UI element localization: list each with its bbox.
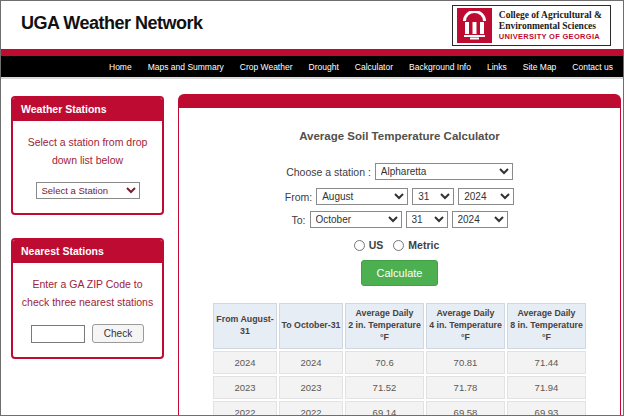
col-header-from: From August-31 xyxy=(213,303,277,349)
to-year-select[interactable]: 2024 xyxy=(452,211,508,228)
from-day-select[interactable]: 31 xyxy=(412,188,454,205)
nav-item-drought[interactable]: Drought xyxy=(309,62,339,72)
col-header-2in: Average Daily 2 in. Temperature °F xyxy=(345,303,424,349)
nav-item-home[interactable]: Home xyxy=(109,62,132,72)
from-year-select[interactable]: 2024 xyxy=(458,188,514,205)
table-row: 2024 2024 70.6 70.81 71.44 xyxy=(213,351,586,374)
nav-item-background-info[interactable]: Background Info xyxy=(409,62,471,72)
from-month-select[interactable]: August xyxy=(316,188,408,205)
to-date-row: To: October 31 2024 xyxy=(179,211,620,228)
logo-line-3: UNIVERSITY OF GEORGIA xyxy=(499,33,602,42)
cell: 71.44 xyxy=(507,351,586,374)
page-title: Average Soil Temperature Calculator xyxy=(179,108,620,142)
to-month-select[interactable]: October xyxy=(310,211,402,228)
cell: 2022 xyxy=(279,401,343,416)
cell: 69.14 xyxy=(345,401,424,416)
cell: 71.94 xyxy=(507,376,586,399)
nav-item-links[interactable]: Links xyxy=(487,62,507,72)
results-table: From August-31 To October-31 Average Dai… xyxy=(211,301,588,416)
to-label: To: xyxy=(291,214,305,226)
station-select-sidebar[interactable]: Select a Station xyxy=(36,182,140,199)
metric-radio-label[interactable]: Metric xyxy=(408,239,439,251)
cell: 2024 xyxy=(213,351,277,374)
station-label: Choose a station : xyxy=(286,166,371,178)
sidebar: Weather Stations Select a station from d… xyxy=(11,96,164,359)
nav-item-site-map[interactable]: Site Map xyxy=(523,62,557,72)
col-header-4in: Average Daily 4 in. Temperature °F xyxy=(426,303,505,349)
weather-stations-instruction: Select a station from drop down list bel… xyxy=(21,134,154,170)
station-select[interactable]: Alpharetta xyxy=(375,163,513,180)
to-day-select[interactable]: 31 xyxy=(406,211,448,228)
cell: 69.93 xyxy=(507,401,586,416)
cell: 71.78 xyxy=(426,376,505,399)
nearest-stations-instruction: Enter a GA ZIP Code to check three neare… xyxy=(21,276,154,312)
nav-item-crop-weather[interactable]: Crop Weather xyxy=(240,62,293,72)
logo-text: College of Agricultural & Environmental … xyxy=(499,10,602,41)
nearest-stations-panel: Nearest Stations Enter a GA ZIP Code to … xyxy=(11,238,164,360)
zip-input[interactable] xyxy=(31,325,85,343)
logo-line-2: Environmental Sciences xyxy=(499,21,602,32)
cell: 70.81 xyxy=(426,351,505,374)
content: Weather Stations Select a station from d… xyxy=(1,79,623,415)
station-row: Choose a station : Alpharetta xyxy=(179,163,620,180)
cell: 2023 xyxy=(213,376,277,399)
col-header-to: To October-31 xyxy=(279,303,343,349)
col-header-8in: Average Daily 8 in. Temperature °F xyxy=(507,303,586,349)
from-date-row: From: August 31 2024 xyxy=(179,188,620,205)
cell: 70.6 xyxy=(345,351,424,374)
us-radio-label[interactable]: US xyxy=(369,239,384,251)
uga-arch-icon xyxy=(457,8,492,43)
nav-item-calculator[interactable]: Calculator xyxy=(355,62,393,72)
metric-radio[interactable] xyxy=(393,240,404,251)
from-label: From: xyxy=(285,191,312,203)
cell: 69.58 xyxy=(426,401,505,416)
nav-item-contact-us[interactable]: Contact us xyxy=(572,62,613,72)
nav-item-maps-and-summary[interactable]: Maps and Summary xyxy=(148,62,224,72)
weather-stations-header: Weather Stations xyxy=(13,98,162,121)
table-header-row: From August-31 To October-31 Average Dai… xyxy=(213,303,586,349)
unit-row: US Metric xyxy=(179,239,620,251)
weather-stations-panel: Weather Stations Select a station from d… xyxy=(11,96,164,215)
cell: 71.52 xyxy=(345,376,424,399)
cell: 2023 xyxy=(279,376,343,399)
uga-logo: College of Agricultural & Environmental … xyxy=(452,5,611,46)
table-row: 2023 2023 71.52 71.78 71.94 xyxy=(213,376,586,399)
page: UGA Weather Network College of Agricultu… xyxy=(0,0,624,416)
logo-line-1: College of Agricultural & xyxy=(499,10,602,21)
nearest-stations-header: Nearest Stations xyxy=(13,240,162,263)
check-button[interactable]: Check xyxy=(92,324,144,343)
main-panel-topbar xyxy=(178,94,621,108)
calculate-button[interactable]: Calculate xyxy=(361,260,439,286)
cell: 2022 xyxy=(213,401,277,416)
table-row: 2022 2022 69.14 69.58 69.93 xyxy=(213,401,586,416)
main-panel: Average Soil Temperature Calculator Choo… xyxy=(178,94,621,415)
main-nav: Home Maps and Summary Crop Weather Droug… xyxy=(1,56,623,79)
site-title: UGA Weather Network xyxy=(21,13,203,34)
us-radio[interactable] xyxy=(354,240,365,251)
cell: 2024 xyxy=(279,351,343,374)
red-stripe xyxy=(1,49,623,56)
header: UGA Weather Network College of Agricultu… xyxy=(1,1,623,49)
